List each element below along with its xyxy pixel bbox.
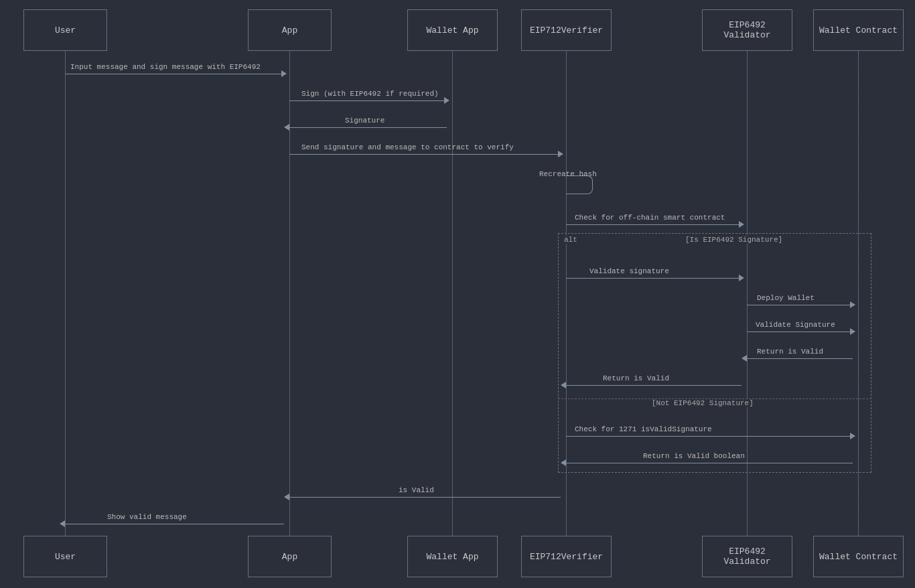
arrow-10-head [561, 382, 566, 388]
actor-eip712-bottom: EIP712Verifier [521, 536, 612, 577]
arrow-8-line [747, 332, 853, 332]
actor-eip6492-bottom: EIP6492 Validator [702, 536, 792, 577]
actor-app-top: App [248, 9, 332, 51]
arrow-6-head [739, 275, 744, 281]
arrow-6-label: Validate signature [589, 267, 669, 275]
lifeline-app [289, 51, 290, 536]
lifeline-user [65, 51, 66, 536]
arrow-2-head [444, 97, 449, 104]
arrow-12-label: Return is Valid boolean [643, 452, 745, 460]
arrow-7-line [747, 305, 853, 305]
actor-eip6492-top: EIP6492 Validator [702, 9, 792, 51]
actor-walletapp-bottom: Wallet App [407, 536, 498, 577]
arrow-14-head [60, 520, 65, 527]
arrow-3-head [284, 124, 289, 131]
actor-user-bottom: User [23, 536, 107, 577]
alt-label: alt [562, 236, 579, 244]
arrow-11-label: Check for 1271 isValidSignature [575, 425, 712, 433]
arrow-5-line [566, 224, 742, 225]
arrow-10-line [566, 385, 742, 386]
arrow-9-head [742, 355, 747, 362]
arrow-9-line [747, 358, 853, 359]
actor-app-bottom: App [248, 536, 332, 577]
arrow-3-line [289, 127, 447, 128]
arrow-7-head [850, 301, 855, 308]
actor-walletapp-top: Wallet App [407, 9, 498, 51]
arrow-12-line [566, 463, 853, 463]
arrow-13-head [284, 494, 289, 500]
actor-user-top: User [23, 9, 107, 51]
alt-condition1-label: [Is EIP6492 Signature] [683, 236, 784, 244]
arrow-1-head [281, 70, 287, 77]
arrow-14-label: Show valid message [107, 513, 187, 521]
arrow-6-line [566, 278, 742, 279]
lifeline-walletapp [452, 51, 453, 536]
arrow-1-line [65, 74, 284, 74]
arrow-4-head [558, 151, 563, 157]
arrow-11-line [566, 436, 853, 437]
arrow-8-head [850, 328, 855, 335]
actor-eip712-top: EIP712Verifier [521, 9, 612, 51]
arrow-14-line [65, 524, 284, 524]
arrow-12-head [561, 459, 566, 466]
sequence-diagram: User App Wallet App EIP712Verifier EIP64… [0, 0, 915, 588]
arrow-7-label: Deploy Wallet [757, 294, 815, 302]
alt-condition2-label: [Not EIP6492 Signature] [650, 399, 756, 407]
arrow-1-label: Input message and sign message with EIP6… [70, 63, 261, 71]
actor-walletcontract-top: Wallet Contract [813, 9, 904, 51]
arrow-9-label: Return is Valid [757, 348, 823, 356]
arrow-10-label: Return is Valid [603, 374, 669, 382]
arrow-4-line [289, 154, 561, 155]
arrow-5-label: Check for off-chain smart contract [575, 214, 725, 222]
arrow-3-label: Signature [345, 117, 384, 125]
arrow-2-line [289, 100, 447, 101]
arrow-2-label: Sign (with EIP6492 if required) [301, 90, 439, 98]
arrow-4-label: Send signature and message to contract t… [301, 143, 514, 151]
arrow-8-label: Validate Signature [756, 321, 835, 329]
arrow-13-line [289, 497, 561, 498]
actor-walletcontract-bottom: Wallet Contract [813, 536, 904, 577]
self-loop [566, 175, 593, 194]
arrow-11-head [850, 433, 855, 439]
recreate-hash-label: Recreate hash [539, 170, 597, 178]
arrow-13-label: is Valid [399, 486, 434, 494]
arrow-5-head [739, 221, 744, 228]
